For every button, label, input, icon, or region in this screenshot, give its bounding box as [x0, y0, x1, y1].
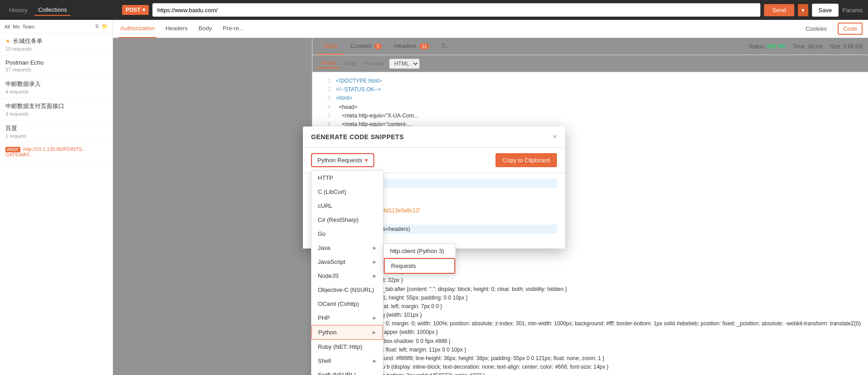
- sub-item-requests[interactable]: Requests: [384, 258, 455, 274]
- response-status: Status: 200 OK Time: 38 ms Size: 5.66 KB: [749, 43, 863, 50]
- code-line: 35 #s_tab b {border-bottom: 2px solid #4…: [320, 371, 861, 375]
- list-item[interactable]: 中邮数据支付页面接口 3 requests: [0, 98, 113, 121]
- code-line: 26 .s_form {zoom: 1; height: 55px; paddi…: [320, 294, 861, 302]
- body-format-tabs: Pretty Raw Preview HTML JSON XML: [312, 55, 868, 72]
- send-dropdown-button[interactable]: ▾: [798, 4, 808, 16]
- menu-item-swift[interactable]: Swift (NSURL): [311, 368, 383, 375]
- language-selector-wrapper: Python Requests ▾ HTTP C (LibCurl) cURL …: [311, 153, 374, 167]
- tab-prere[interactable]: Pre-re...: [221, 20, 246, 38]
- filter-team[interactable]: Team: [23, 24, 35, 29]
- menu-item-ruby[interactable]: Ruby (NET::Http): [311, 340, 383, 354]
- code-line: 33 #s_tab {background: #f8f8f8; line-hei…: [320, 354, 861, 363]
- chevron-right-icon: ▶: [373, 245, 377, 250]
- menu-item-javascript[interactable]: JavaScript▶: [311, 255, 383, 269]
- code-line: 31 #head.s_down {box-shadow: 0 0 5px #88…: [320, 337, 861, 346]
- menu-item-php[interactable]: PHP▶: [311, 311, 383, 325]
- request-pane: Authorization settings: [113, 38, 312, 375]
- list-item[interactable]: ★长城任务单 10 requests: [0, 33, 113, 56]
- save-button[interactable]: Save: [812, 4, 839, 17]
- tab-cookies[interactable]: Cookies 5: [344, 38, 388, 55]
- chevron-right-icon: ▶: [373, 259, 377, 264]
- menu-item-csharp[interactable]: C# (RestSharp): [311, 213, 383, 227]
- code-line: 4 <head>: [320, 103, 861, 112]
- code-button[interactable]: Code: [838, 23, 863, 35]
- send-button[interactable]: Send: [764, 4, 794, 16]
- menu-item-java[interactable]: Java▶: [311, 241, 383, 255]
- list-item[interactable]: 百度 1 request: [0, 121, 113, 143]
- code-snippets-modal: GENERATE CODE SNIPPETS × Python Requests…: [303, 127, 565, 248]
- code-line: 29 #head {padding: 0; margin: 0; width: …: [320, 319, 861, 328]
- code-line: 2<!--STATUS OK-->: [320, 85, 861, 94]
- tab-collections[interactable]: Collections: [34, 5, 71, 16]
- sidebar-filter-bar: All Me Team ⇅ 📁: [0, 20, 113, 33]
- chevron-right-icon: ▶: [373, 358, 377, 363]
- menu-item-curl[interactable]: cURL: [311, 199, 383, 213]
- filter-all[interactable]: All: [5, 24, 10, 29]
- new-folder-icon[interactable]: 📁: [102, 23, 108, 29]
- menu-item-nodejs[interactable]: NodeJS▶: [311, 269, 383, 283]
- list-item[interactable]: POST http://10.1.130.86/POINTS-GATEWAY..…: [0, 143, 113, 161]
- modal-toolbar: Python Requests ▾ HTTP C (LibCurl) cURL …: [303, 148, 565, 173]
- tab-pretty[interactable]: Pretty: [318, 59, 339, 68]
- selected-language-label: Python Requests: [317, 157, 362, 164]
- tab-body[interactable]: Body: [197, 20, 214, 38]
- menu-item-go[interactable]: Go: [311, 227, 383, 241]
- chevron-right-icon: ▶: [373, 315, 377, 320]
- menu-item-c[interactable]: C (LibCurl): [311, 185, 383, 199]
- menu-item-ocaml[interactable]: OCaml (Cohttp): [311, 297, 383, 311]
- python-sub-dropdown: http.client (Python 3) Requests: [383, 244, 456, 274]
- menu-item-shell[interactable]: Shell▶: [311, 354, 383, 368]
- language-dropdown: HTTP C (LibCurl) cURL C# (RestSharp) Go …: [311, 170, 383, 375]
- tab-headers[interactable]: Headers 11: [388, 38, 435, 55]
- chevron-down-icon: ▾: [365, 157, 368, 164]
- close-icon[interactable]: ×: [553, 133, 557, 141]
- menu-item-python[interactable]: Python▶: [311, 325, 383, 340]
- params-link[interactable]: Params: [842, 7, 863, 14]
- sort-icon[interactable]: ⇅: [95, 23, 99, 29]
- tab-preview[interactable]: Preview: [361, 60, 387, 68]
- method-selector[interactable]: POST ▾: [122, 5, 149, 15]
- list-item[interactable]: 中邮数据录入 4 requests: [0, 76, 113, 98]
- url-input[interactable]: [152, 3, 761, 17]
- code-line: 5 <meta http-equiv="X-UA-Com...: [320, 112, 861, 120]
- tab-headers[interactable]: Headers: [164, 20, 189, 38]
- copy-to-clipboard-button[interactable]: Copy to Clipboard: [495, 153, 557, 167]
- code-line: 34 #s_tab a, #s_tab b {display: inline-b…: [320, 363, 861, 371]
- code-line: 1<!DOCTYPE html>: [320, 77, 861, 85]
- code-line: 24 .s_ipt_wr {height: 32px }: [320, 276, 861, 285]
- sidebar-header: History Collections: [5, 5, 118, 16]
- code-line: 30 #head .head_wrapper {width: 1000px }: [320, 328, 861, 337]
- cookies-button[interactable]: Cookies: [806, 25, 827, 32]
- list-item[interactable]: Postman Echo 37 requests: [0, 56, 113, 76]
- code-line: 28 #result_logo img {width: 101px }: [320, 311, 861, 319]
- tab-authorization[interactable]: Authorization: [118, 20, 156, 38]
- tab-test[interactable]: T...: [435, 38, 456, 55]
- sub-item-httpclient[interactable]: http.client (Python 3): [384, 244, 455, 258]
- chevron-right-icon: ▶: [373, 330, 376, 335]
- menu-item-http[interactable]: HTTP: [311, 171, 383, 185]
- tab-body[interactable]: Body: [318, 38, 344, 55]
- language-selector[interactable]: Python Requests ▾: [311, 153, 374, 167]
- code-line: 27 #result_logo {float: left; margin: 7p…: [320, 302, 861, 311]
- chevron-down-icon: ▾: [142, 7, 145, 13]
- top-bar: History Collections POST ▾ Send ▾ Save P…: [0, 0, 868, 20]
- response-tab-bar: Body Cookies 5 Headers 11 T... Status: 2…: [312, 38, 868, 55]
- code-line: 3<html>: [320, 94, 861, 103]
- modal-header: GENERATE CODE SNIPPETS ×: [303, 127, 565, 148]
- modal-title: GENERATE CODE SNIPPETS: [311, 133, 404, 141]
- request-bar: POST ▾ Send ▾ Save: [122, 3, 839, 17]
- modal-overlay[interactable]: History Collections POST ▾ Send ▾ Save P…: [0, 0, 868, 375]
- format-select[interactable]: HTML JSON XML: [389, 59, 420, 69]
- filter-me[interactable]: Me: [13, 24, 19, 29]
- top-right-actions: Params: [842, 7, 863, 14]
- request-nav: Authorization Headers Body Pre-re... Coo…: [113, 20, 868, 38]
- chevron-right-icon: ▶: [373, 273, 377, 278]
- tab-history[interactable]: History: [5, 5, 31, 15]
- code-line: 32 .fm {clear: none; float: left; margin…: [320, 346, 861, 354]
- tab-raw[interactable]: Raw: [341, 60, 359, 68]
- code-line: 25 .s_form:after, .s_tab:after {content:…: [320, 285, 861, 294]
- sidebar: All Me Team ⇅ 📁 ★长城任务单 10 requests Postm…: [0, 20, 113, 375]
- menu-item-objective-c[interactable]: Objective-C (NSURL): [311, 283, 383, 297]
